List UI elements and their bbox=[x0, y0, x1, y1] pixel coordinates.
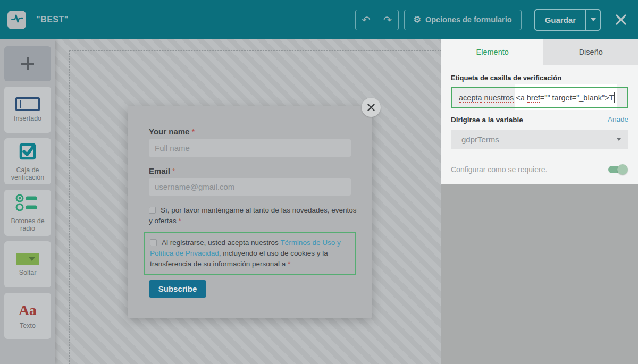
palette-item-insertado[interactable]: Insertado bbox=[4, 87, 51, 133]
variable-select-value: gdprTerms bbox=[461, 135, 499, 144]
tab-diseno[interactable]: Diseño bbox=[543, 39, 638, 65]
newsletter-checkbox-row: Sí, por favor manténgame al tanto de las… bbox=[149, 205, 357, 226]
palette-item-label: Texto bbox=[20, 322, 36, 329]
tab-elemento[interactable]: Elemento bbox=[441, 39, 543, 65]
add-variable-link[interactable]: Añade bbox=[608, 115, 628, 124]
properties-panel: Elemento Diseño Etiqueta de casilla de v… bbox=[441, 39, 638, 364]
label-input-wrap: acepta nuestros <a href="" target="_blan… bbox=[451, 87, 628, 108]
widget-title: "BEST" bbox=[36, 15, 69, 24]
palette-item-label: Soltar bbox=[19, 269, 37, 276]
radio-buttons-icon bbox=[15, 193, 40, 214]
variable-title: Dirigirse a la variable bbox=[451, 116, 523, 124]
editor-canvas: Your name* Email* Sí, por favor manténga… bbox=[55, 39, 441, 364]
text-icon: Aa bbox=[19, 302, 37, 318]
palette-item-radio[interactable]: Botones deradio bbox=[4, 190, 51, 236]
name-field-label: Your name* bbox=[149, 127, 195, 136]
required-toggle-switch[interactable] bbox=[608, 166, 625, 173]
palette-item-text[interactable]: Aa Texto bbox=[4, 293, 51, 339]
top-header-bar: "BEST" ↶ ↷ ⚙ Opciones de formulario Guar… bbox=[0, 0, 638, 39]
save-label: Guardar bbox=[545, 15, 576, 24]
gdpr-checkbox[interactable] bbox=[150, 239, 157, 246]
palette-item-label: Caja deverificación bbox=[11, 166, 45, 181]
dropdown-icon bbox=[16, 253, 39, 265]
form-options-button[interactable]: ⚙ Opciones de formulario bbox=[404, 10, 522, 30]
close-icon bbox=[367, 103, 375, 112]
misspelled-word: href bbox=[527, 94, 540, 102]
save-split-button: Guardar bbox=[534, 9, 601, 31]
redo-button[interactable]: ↷ bbox=[377, 10, 398, 30]
chevron-down-icon bbox=[617, 138, 621, 141]
misspelled-word: nuestros bbox=[484, 94, 514, 102]
undo-icon: ↶ bbox=[362, 14, 371, 26]
form-options-label: Opciones de formulario bbox=[425, 15, 512, 24]
close-editor-button[interactable] bbox=[613, 12, 629, 28]
name-input[interactable] bbox=[149, 139, 351, 157]
variable-select[interactable]: gdprTerms bbox=[451, 130, 628, 149]
text-cursor bbox=[614, 92, 615, 103]
close-icon bbox=[615, 13, 627, 26]
checkbox-label-title: Etiqueta de casilla de verificación bbox=[451, 74, 628, 82]
form-preview-modal: Your name* Email* Sí, por favor manténga… bbox=[128, 106, 372, 318]
redo-icon: ↷ bbox=[383, 14, 392, 26]
email-field-label: Email* bbox=[149, 166, 175, 175]
checkbox-icon bbox=[18, 141, 37, 163]
pulse-icon bbox=[10, 12, 24, 28]
palette-item-label: Insertado bbox=[14, 115, 41, 122]
typed-character: T bbox=[609, 94, 614, 102]
newsletter-checkbox[interactable] bbox=[149, 207, 156, 214]
checkbox-label-input[interactable]: acepta nuestros <a href="" target="_blan… bbox=[451, 87, 628, 108]
html-code-text: <a bbox=[514, 94, 527, 102]
save-button[interactable]: Guardar bbox=[535, 10, 585, 30]
palette-item-dropdown[interactable]: Soltar bbox=[4, 241, 51, 287]
element-palette-sidebar: Insertado Caja deverificación Botones de… bbox=[0, 39, 55, 364]
required-toggle-row: Configurar como se requiere. bbox=[451, 157, 628, 174]
gdpr-checkbox-selected-element[interactable]: Al registrarse, usted acepta nuestros Té… bbox=[144, 232, 356, 275]
embedded-field-icon bbox=[15, 97, 40, 111]
html-code-text: ="" target="_blank"> bbox=[540, 94, 609, 102]
misspelled-word: acepta bbox=[459, 94, 482, 102]
header-actions: ↶ ↷ ⚙ Opciones de formulario Guardar bbox=[355, 9, 629, 31]
preview-close-button[interactable] bbox=[362, 98, 381, 117]
required-asterisk: * bbox=[191, 127, 195, 136]
subscribe-button[interactable]: Subscribe bbox=[149, 280, 206, 298]
palette-item-checkbox[interactable]: Caja deverificación bbox=[4, 138, 51, 184]
subscribe-label: Subscribe bbox=[158, 284, 197, 293]
gdpr-label-part1: Al registrarse, usted acepta nuestros bbox=[162, 239, 280, 247]
required-toggle-label: Configurar como se requiere. bbox=[451, 165, 547, 174]
required-asterisk: * bbox=[172, 166, 175, 175]
element-settings-card: Elemento Diseño Etiqueta de casilla de v… bbox=[441, 39, 638, 184]
add-element-button[interactable] bbox=[4, 46, 51, 81]
toggle-knob bbox=[617, 164, 628, 175]
panel-tabs: Elemento Diseño bbox=[441, 39, 638, 65]
undo-button[interactable]: ↶ bbox=[356, 10, 377, 30]
plus-icon bbox=[21, 57, 34, 70]
app-logo bbox=[7, 11, 26, 29]
palette-item-label: Botones deradio bbox=[11, 217, 44, 232]
save-dropdown-button[interactable] bbox=[585, 10, 600, 30]
gear-icon: ⚙ bbox=[414, 15, 421, 24]
undo-redo-group: ↶ ↷ bbox=[355, 10, 399, 30]
email-input[interactable] bbox=[149, 178, 351, 196]
chevron-down-icon bbox=[591, 18, 596, 21]
